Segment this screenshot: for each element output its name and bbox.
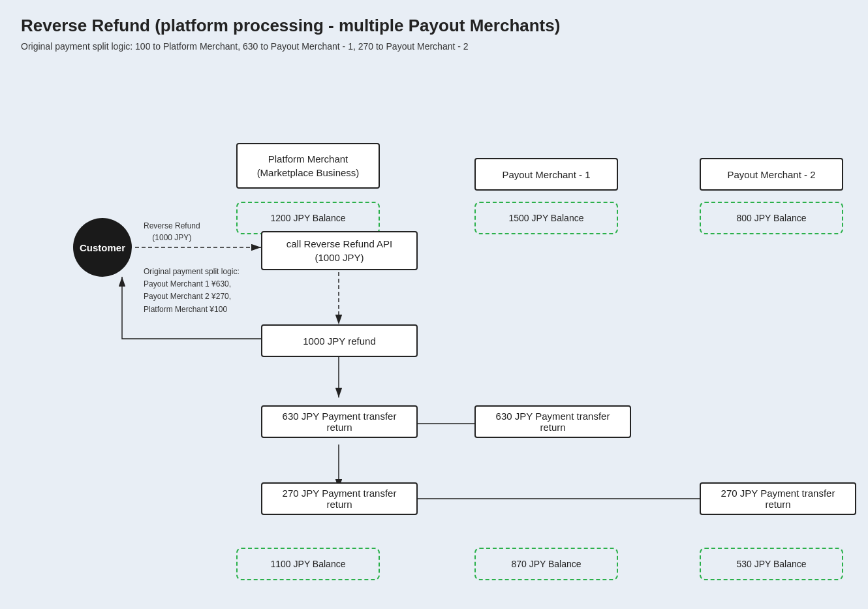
- balance-before-payout1: 1500 JPY Balance: [474, 202, 618, 234]
- payout-merchant-2-box: Payout Merchant - 2: [700, 158, 843, 191]
- transfer-270-platform-box: 270 JPY Payment transfer return: [261, 482, 418, 515]
- customer-circle: Customer: [73, 218, 132, 277]
- balance-after-platform: 1100 JPY Balance: [236, 548, 380, 580]
- balance-before-platform: 1200 JPY Balance: [236, 202, 380, 234]
- diagram-area: Platform Merchant (Marketplace Business)…: [21, 71, 843, 580]
- refund-1000-box: 1000 JPY refund: [261, 324, 418, 357]
- balance-before-payout2: 800 JPY Balance: [700, 202, 843, 234]
- reverse-refund-annotation: Reverse Refund(1000 JPY): [144, 220, 200, 243]
- payout-merchant-1-label: Payout Merchant - 1: [502, 169, 590, 180]
- balance-after-payout1: 870 JPY Balance: [474, 548, 618, 580]
- call-api-box: call Reverse Refund API(1000 JPY): [261, 231, 418, 270]
- platform-merchant-box: Platform Merchant (Marketplace Business): [236, 143, 380, 189]
- split-logic-annotation: Original payment split logic: Payout Mer…: [144, 266, 240, 316]
- transfer-630-platform-box: 630 JPY Payment transfer return: [261, 405, 418, 438]
- page-title: Reverse Refund (platform processing - mu…: [21, 16, 847, 36]
- payout-merchant-1-box: Payout Merchant - 1: [474, 158, 618, 191]
- transfer-270-payout2-box: 270 JPY Payment transfer return: [700, 482, 856, 515]
- transfer-630-payout1-box: 630 JPY Payment transfer return: [474, 405, 631, 438]
- page: Reverse Refund (platform processing - mu…: [0, 0, 868, 596]
- subtitle: Original payment split logic: 100 to Pla…: [21, 41, 847, 52]
- balance-after-payout2: 530 JPY Balance: [700, 548, 843, 580]
- payout-merchant-2-label: Payout Merchant - 2: [727, 169, 815, 180]
- platform-merchant-label: Platform Merchant (Marketplace Business): [257, 152, 360, 180]
